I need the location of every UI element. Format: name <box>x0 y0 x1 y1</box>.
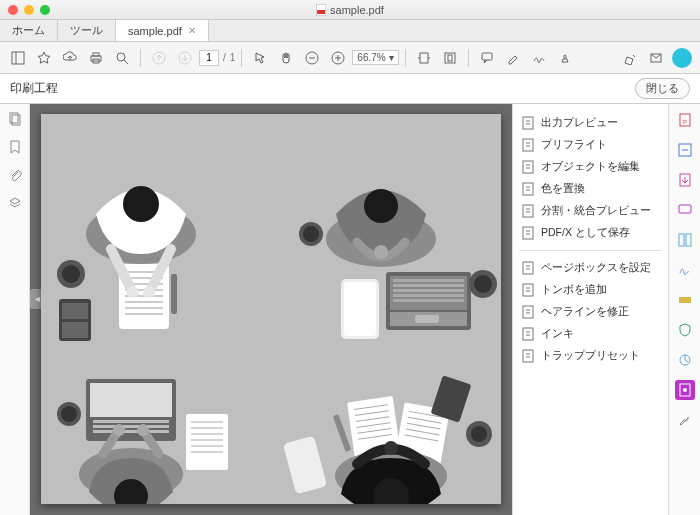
next-page-button[interactable] <box>173 46 197 70</box>
search-button[interactable] <box>110 46 134 70</box>
svg-rect-107 <box>523 306 533 318</box>
comment-icon <box>480 51 494 65</box>
close-window-button[interactable] <box>8 5 18 15</box>
tab-bar: ホーム ツール sample.pdf ✕ <box>0 20 700 42</box>
svg-rect-50 <box>393 279 464 282</box>
comment-button[interactable] <box>475 46 499 70</box>
plus-circle-icon <box>331 51 345 65</box>
svg-rect-53 <box>393 294 464 297</box>
panel-item-icon <box>521 261 535 275</box>
up-arrow-icon <box>152 51 166 65</box>
highlight-button[interactable] <box>501 46 525 70</box>
protect-tool[interactable] <box>675 320 695 340</box>
window-title: sample.pdf <box>316 4 384 16</box>
organize-tool[interactable] <box>675 230 695 250</box>
account-button[interactable] <box>670 46 694 70</box>
comment-tool[interactable] <box>675 200 695 220</box>
down-arrow-icon <box>178 51 192 65</box>
sign-tool[interactable] <box>675 260 695 280</box>
panel-item[interactable]: 出力プレビュー <box>519 112 662 134</box>
bookmarks-button[interactable] <box>9 140 21 154</box>
panel-item-icon <box>521 138 535 152</box>
close-tab-button[interactable]: ✕ <box>188 25 196 36</box>
panel-item[interactable]: 分割・統合プレビュー <box>519 200 662 222</box>
panel-item[interactable]: トンボを追加 <box>519 279 662 301</box>
attachments-button[interactable] <box>8 168 22 182</box>
print-button[interactable] <box>84 46 108 70</box>
panel-item[interactable]: オブジェクトを編集 <box>519 156 662 178</box>
panel-item[interactable]: トラッププリセット <box>519 345 662 367</box>
svg-text:P: P <box>682 119 686 125</box>
optimize-tool[interactable] <box>675 350 695 370</box>
page-number-input[interactable] <box>199 50 219 66</box>
sidebar-toggle-button[interactable] <box>6 46 30 70</box>
edit-tools-button[interactable] <box>618 46 642 70</box>
print-production-panel: 出力プレビュープリフライトオブジェクトを編集色を置換分割・統合プレビューPDF/… <box>512 104 668 515</box>
hand-tool-button[interactable] <box>274 46 298 70</box>
svg-rect-46 <box>344 282 376 336</box>
layers-button[interactable] <box>8 196 22 210</box>
svg-point-34 <box>123 186 159 222</box>
fit-page-button[interactable] <box>438 46 462 70</box>
panel-item-label: 分割・統合プレビュー <box>541 204 651 218</box>
export-pdf-tool[interactable] <box>675 170 695 190</box>
thumbnails-button[interactable] <box>8 112 22 126</box>
cursor-icon <box>253 51 267 65</box>
zoom-in-button[interactable] <box>326 46 350 70</box>
fit-width-button[interactable] <box>412 46 436 70</box>
svg-rect-2 <box>12 52 24 64</box>
panel-item-label: トラッププリセット <box>541 349 640 363</box>
cloud-upload-icon <box>63 51 77 65</box>
star-button[interactable] <box>32 46 56 70</box>
fit-page-icon <box>443 51 457 65</box>
document-canvas[interactable]: ◂ <box>30 104 512 515</box>
zoom-window-button[interactable] <box>40 5 50 15</box>
redact-tool[interactable] <box>675 290 695 310</box>
tab-home-label: ホーム <box>12 23 45 38</box>
panel-item-label: PDF/X として保存 <box>541 226 630 240</box>
panel-item[interactable]: ページボックスを設定 <box>519 257 662 279</box>
zoom-out-button[interactable] <box>300 46 324 70</box>
more-tools[interactable] <box>675 410 695 430</box>
upload-button[interactable] <box>58 46 82 70</box>
panel-item[interactable]: プリフライト <box>519 134 662 156</box>
panel-item[interactable]: ヘアラインを修正 <box>519 301 662 323</box>
fit-width-icon <box>417 51 431 65</box>
panel-item[interactable]: PDF/X として保存 <box>519 222 662 244</box>
panel-item-icon <box>521 305 535 319</box>
minimize-window-button[interactable] <box>24 5 34 15</box>
svg-rect-16 <box>420 53 428 63</box>
panel-separator <box>519 250 662 251</box>
zoom-dropdown[interactable]: 66.7%▾ <box>352 50 398 65</box>
tab-home[interactable]: ホーム <box>0 20 58 41</box>
close-tool-button[interactable]: 閉じる <box>635 78 690 99</box>
svg-rect-103 <box>523 205 533 217</box>
svg-point-75 <box>137 424 149 436</box>
window-title-text: sample.pdf <box>330 4 384 16</box>
page-indicator: / 1 <box>199 50 235 66</box>
stamp-button[interactable] <box>553 46 577 70</box>
sign-button[interactable] <box>527 46 551 70</box>
svg-rect-109 <box>523 350 533 362</box>
svg-point-7 <box>117 53 125 61</box>
svg-rect-102 <box>523 183 533 195</box>
prev-page-button[interactable] <box>147 46 171 70</box>
tab-document[interactable]: sample.pdf ✕ <box>116 20 209 41</box>
svg-rect-99 <box>523 117 533 129</box>
panel-item-label: 出力プレビュー <box>541 116 618 130</box>
panel-item[interactable]: インキ <box>519 323 662 345</box>
main-area: ◂ <box>0 104 700 515</box>
edit-pdf-icon <box>677 142 693 158</box>
create-pdf-tool[interactable]: P <box>675 110 695 130</box>
close-tool-label: 閉じる <box>646 82 679 94</box>
print-production-tool[interactable] <box>675 380 695 400</box>
panel-item[interactable]: 色を置換 <box>519 178 662 200</box>
panel-item-icon <box>521 116 535 130</box>
pdf-file-icon <box>316 4 326 16</box>
create-pdf-icon: P <box>677 112 693 128</box>
tab-tools[interactable]: ツール <box>58 20 116 41</box>
minus-circle-icon <box>305 51 319 65</box>
edit-pdf-tool[interactable] <box>675 140 695 160</box>
share-button[interactable] <box>644 46 668 70</box>
selection-tool-button[interactable] <box>248 46 272 70</box>
